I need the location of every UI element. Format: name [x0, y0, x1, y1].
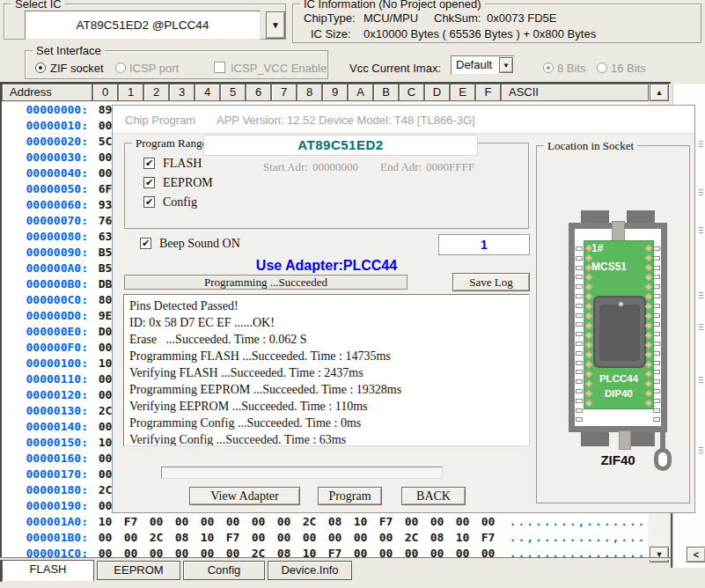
- hex-byte[interactable]: 2C: [297, 514, 322, 530]
- select-ic-label: Select IC: [11, 0, 65, 11]
- vcc-imax-combobox[interactable]: Default ▼: [451, 55, 515, 75]
- hex-byte[interactable]: 00: [143, 546, 169, 557]
- program-range-option[interactable]: ✔EEPROM: [143, 176, 213, 189]
- hex-byte[interactable]: 00: [450, 514, 475, 530]
- socket-pull-stem: [660, 430, 665, 450]
- hex-byte[interactable]: 10: [195, 530, 220, 546]
- hex-header-col: 5: [220, 84, 246, 101]
- hex-byte[interactable]: 00: [475, 546, 501, 557]
- checkbox-icon: ✔: [140, 238, 151, 249]
- hex-byte[interactable]: 10: [297, 546, 322, 557]
- board-pad: [585, 293, 592, 300]
- chip-type-value: MCU/MPU: [364, 11, 418, 25]
- hex-byte[interactable]: 08: [169, 530, 195, 546]
- checkbox-label: Config: [163, 195, 197, 209]
- dialog-title: Chip Program: [125, 114, 195, 127]
- hex-header-col: A: [348, 84, 373, 101]
- hex-byte[interactable]: 2C: [399, 530, 424, 546]
- hex-byte[interactable]: 00: [169, 546, 195, 557]
- socket-pin-slot: [576, 294, 583, 298]
- hex-byte[interactable]: 00: [373, 530, 399, 546]
- hex-byte[interactable]: 00: [271, 530, 297, 546]
- hex-header-col: F: [475, 84, 501, 101]
- socket-pin-slot: [576, 322, 583, 327]
- tab-device-info[interactable]: Device.Info: [268, 561, 352, 580]
- hex-byte[interactable]: 10: [450, 530, 475, 546]
- selected-chip-banner: AT89C51ED2: [203, 135, 478, 156]
- vcc-dropdown-button[interactable]: ▼: [499, 57, 513, 73]
- socket-pin-slot: [653, 294, 660, 298]
- hex-byte[interactable]: 00: [399, 546, 424, 557]
- board-pad: [645, 264, 652, 271]
- hex-byte[interactable]: 00: [271, 514, 297, 530]
- program-button[interactable]: Program: [318, 487, 382, 505]
- hex-byte[interactable]: 00: [450, 546, 475, 557]
- hex-byte[interactable]: 00: [118, 546, 143, 557]
- hex-byte[interactable]: 00: [220, 546, 246, 557]
- hex-byte[interactable]: 00: [348, 546, 373, 557]
- hex-byte[interactable]: 00: [169, 514, 195, 530]
- hex-header-col: 1: [118, 84, 143, 101]
- icsp-vcc-checkbox[interactable]: [214, 62, 225, 73]
- ic-select-combobox[interactable]: AT89C51ED2 @PLCC44: [25, 11, 261, 40]
- hex-byte[interactable]: 00: [143, 514, 169, 530]
- bits-16-label[interactable]: 16 Bits: [611, 62, 646, 75]
- hex-byte[interactable]: F7: [373, 514, 399, 530]
- tab-flash[interactable]: FLASH: [2, 560, 94, 581]
- hex-byte[interactable]: F7: [322, 546, 348, 557]
- back-button[interactable]: BACK: [401, 487, 466, 505]
- tab-eeprom[interactable]: EEPROM: [97, 561, 180, 580]
- bits-8-radio[interactable]: [543, 62, 554, 73]
- hex-byte[interactable]: F7: [220, 530, 246, 546]
- hex-byte[interactable]: 00: [118, 530, 143, 546]
- hex-byte[interactable]: F7: [118, 514, 143, 530]
- hex-byte[interactable]: 00: [475, 514, 501, 530]
- board-pad: [585, 400, 592, 407]
- hex-header: Address0123456789ABCDEFASCII: [0, 84, 649, 101]
- socket-lever-top: [612, 221, 625, 242]
- icsp-vcc-label[interactable]: ICSP_VCC Enable: [231, 62, 327, 75]
- bits-8-label[interactable]: 8 Bits: [557, 62, 586, 75]
- hex-byte[interactable]: 00: [246, 530, 271, 546]
- hex-byte[interactable]: 00: [373, 546, 399, 557]
- hex-byte[interactable]: F7: [475, 530, 501, 546]
- hex-byte[interactable]: 10: [348, 514, 373, 530]
- hex-address: 00000060:: [2, 197, 88, 213]
- hex-byte[interactable]: 00: [195, 546, 220, 557]
- dialog-titlebar: Chip Program APP Version: 12.52 Device M…: [113, 106, 694, 134]
- scroll-up-button[interactable]: ▲: [650, 84, 669, 101]
- hex-byte[interactable]: 00: [220, 514, 246, 530]
- scroll-left-button[interactable]: <: [687, 547, 705, 562]
- zif-socket-label[interactable]: ZIF socket: [50, 62, 104, 75]
- program-range-option[interactable]: ✔FLASH: [143, 157, 202, 170]
- icsp-port-label[interactable]: ICSP port: [129, 62, 179, 75]
- zif-socket-radio[interactable]: [35, 62, 46, 73]
- icsp-port-radio[interactable]: [115, 62, 126, 73]
- hex-byte[interactable]: 00: [424, 514, 450, 530]
- hex-address: 00000080:: [2, 229, 88, 245]
- hex-byte[interactable]: 00: [92, 546, 118, 557]
- hex-byte[interactable]: 2C: [246, 546, 271, 557]
- hex-byte[interactable]: 10: [92, 514, 118, 530]
- hex-byte[interactable]: 08: [322, 514, 348, 530]
- hex-byte[interactable]: 00: [322, 530, 348, 546]
- view-adapter-button[interactable]: View Adapter: [189, 487, 300, 505]
- hex-byte[interactable]: 00: [297, 530, 322, 546]
- hex-byte[interactable]: 2C: [143, 530, 169, 546]
- beep-sound-option[interactable]: ✔ Beep Sound ON: [140, 237, 240, 250]
- hex-byte[interactable]: 00: [246, 514, 271, 530]
- ic-select-dropdown-button[interactable]: ▼: [266, 11, 285, 39]
- hex-byte[interactable]: 00: [424, 546, 450, 557]
- tab-config[interactable]: Config: [183, 561, 265, 580]
- hex-byte[interactable]: 00: [399, 514, 424, 530]
- hex-byte[interactable]: 08: [271, 546, 297, 557]
- hex-byte[interactable]: 00: [195, 514, 220, 530]
- log-box[interactable]: Pins Detected Passed!ID: 0x 58 D7 EC EF …: [123, 294, 530, 446]
- hex-byte[interactable]: 00: [92, 530, 118, 546]
- program-range-option[interactable]: ✔Config: [143, 195, 197, 209]
- socket-pin-slot: [576, 379, 583, 384]
- hex-byte[interactable]: 08: [424, 530, 450, 546]
- save-log-button[interactable]: Save Log: [452, 273, 530, 291]
- bits-16-radio[interactable]: [597, 62, 607, 73]
- hex-byte[interactable]: 00: [348, 530, 373, 546]
